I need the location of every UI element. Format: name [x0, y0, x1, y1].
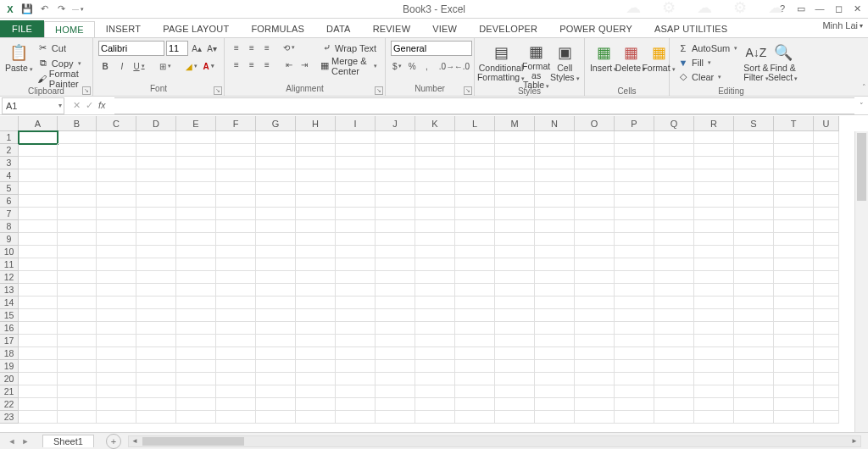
cell[interactable]: [136, 347, 176, 360]
enter-formula-icon[interactable]: ✓: [86, 100, 93, 111]
cell[interactable]: [256, 169, 296, 182]
increase-font-icon[interactable]: A▴: [190, 42, 203, 55]
name-box[interactable]: A1▾: [2, 97, 64, 114]
cell[interactable]: [296, 208, 336, 220]
cell[interactable]: [256, 131, 296, 144]
find-select-button[interactable]: 🔍 Find & Select: [769, 41, 798, 86]
cell[interactable]: [415, 284, 455, 297]
cell[interactable]: [216, 373, 256, 385]
cell[interactable]: [575, 373, 615, 385]
cell[interactable]: [256, 373, 296, 385]
cell[interactable]: [694, 131, 734, 144]
cell[interactable]: [176, 258, 216, 271]
cell[interactable]: [256, 309, 296, 322]
cell[interactable]: [19, 220, 58, 233]
cell[interactable]: [216, 398, 256, 411]
cell[interactable]: [615, 335, 654, 347]
cell[interactable]: [136, 131, 176, 144]
cell[interactable]: [376, 144, 415, 157]
align-top-icon[interactable]: ≡: [230, 41, 243, 54]
cell[interactable]: [58, 131, 97, 144]
cell[interactable]: [575, 157, 615, 169]
tab-data[interactable]: DATA: [315, 20, 362, 37]
insert-function-icon[interactable]: fx: [98, 100, 106, 111]
cell[interactable]: [336, 182, 376, 195]
cell[interactable]: [694, 246, 734, 258]
merge-center-button[interactable]: ▦Merge & Center: [318, 58, 380, 73]
comma-format-icon[interactable]: ,: [420, 59, 433, 73]
cell[interactable]: [336, 411, 376, 424]
cell[interactable]: [654, 398, 694, 411]
redo-icon[interactable]: ↷: [54, 3, 68, 16]
cell[interactable]: [575, 258, 615, 271]
cell[interactable]: [336, 258, 376, 271]
cell[interactable]: [97, 157, 136, 169]
cell[interactable]: [415, 309, 455, 322]
cell[interactable]: [216, 385, 256, 398]
cell[interactable]: [734, 411, 774, 424]
cell[interactable]: [535, 144, 575, 157]
cell[interactable]: [455, 335, 495, 347]
scroll-right-icon[interactable]: ►: [849, 436, 860, 446]
cell[interactable]: [296, 411, 336, 424]
cell[interactable]: [136, 258, 176, 271]
cell[interactable]: [19, 233, 58, 246]
align-bottom-icon[interactable]: ≡: [260, 41, 274, 54]
row-header[interactable]: 7: [0, 208, 19, 220]
cell[interactable]: [615, 373, 654, 385]
cell[interactable]: [336, 271, 376, 284]
cell[interactable]: [575, 144, 615, 157]
cell[interactable]: [136, 169, 176, 182]
cell[interactable]: [654, 411, 694, 424]
cell[interactable]: [654, 309, 694, 322]
cell[interactable]: [575, 131, 615, 144]
cell[interactable]: [535, 157, 575, 169]
cell[interactable]: [495, 195, 535, 208]
cell[interactable]: [376, 373, 415, 385]
row-header[interactable]: 19: [0, 360, 19, 373]
cell[interactable]: [535, 322, 575, 335]
cell[interactable]: [654, 157, 694, 169]
cell[interactable]: [455, 208, 495, 220]
cell[interactable]: [654, 258, 694, 271]
cell[interactable]: [455, 246, 495, 258]
cell[interactable]: [814, 208, 839, 220]
clear-button[interactable]: ◇Clear: [675, 69, 740, 84]
cell[interactable]: [136, 335, 176, 347]
select-all-corner[interactable]: [0, 116, 19, 131]
cell[interactable]: [58, 195, 97, 208]
cell[interactable]: [694, 335, 734, 347]
cell[interactable]: [136, 297, 176, 309]
cell[interactable]: [256, 144, 296, 157]
cell[interactable]: [58, 271, 97, 284]
cell[interactable]: [136, 220, 176, 233]
cell[interactable]: [336, 398, 376, 411]
font-name-select[interactable]: [98, 41, 164, 56]
cell[interactable]: [535, 309, 575, 322]
cell[interactable]: [376, 169, 415, 182]
row-header[interactable]: 22: [0, 398, 19, 411]
cell[interactable]: [58, 208, 97, 220]
expand-formula-bar-icon[interactable]: ˅: [854, 102, 868, 110]
cell[interactable]: [256, 360, 296, 373]
autosum-button[interactable]: ΣAutoSum: [675, 41, 740, 55]
cell[interactable]: [535, 373, 575, 385]
cell[interactable]: [774, 182, 814, 195]
cell[interactable]: [615, 360, 654, 373]
orientation-icon[interactable]: ⟲: [282, 41, 296, 54]
cell[interactable]: [615, 385, 654, 398]
cell[interactable]: [694, 398, 734, 411]
cell[interactable]: [455, 182, 495, 195]
cell[interactable]: [615, 246, 654, 258]
cell[interactable]: [734, 360, 774, 373]
cell[interactable]: [97, 398, 136, 411]
cell[interactable]: [19, 195, 58, 208]
cell[interactable]: [97, 131, 136, 144]
cell[interactable]: [19, 360, 58, 373]
cell[interactable]: [336, 373, 376, 385]
cell[interactable]: [216, 233, 256, 246]
column-header[interactable]: O: [575, 116, 615, 131]
cell[interactable]: [19, 335, 58, 347]
wrap-text-button[interactable]: ⤶Wrap Text: [318, 41, 380, 55]
cell[interactable]: [455, 233, 495, 246]
